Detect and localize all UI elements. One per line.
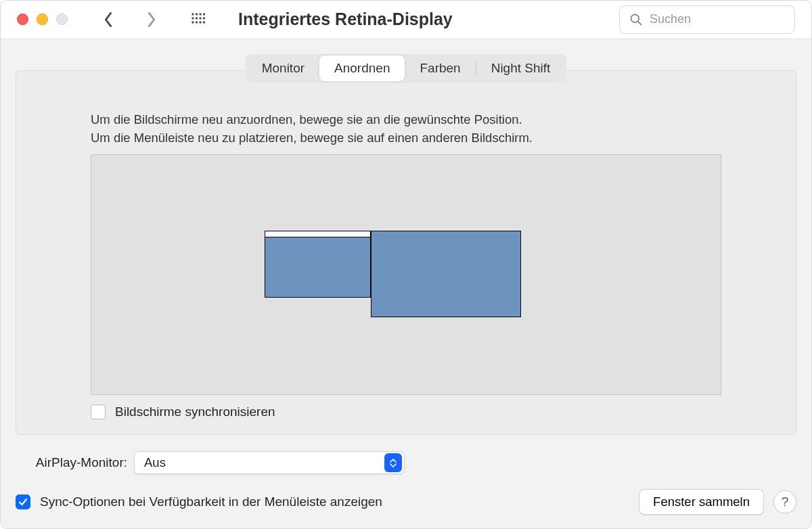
svg-point-4 (191, 17, 194, 19)
chevron-left-icon (103, 12, 114, 28)
svg-point-6 (199, 17, 201, 19)
forward-button (142, 10, 161, 29)
grid-icon (191, 12, 206, 27)
display-primary[interactable] (265, 231, 371, 298)
svg-point-1 (196, 13, 198, 15)
airplay-row: AirPlay-Monitor: Aus (16, 451, 796, 474)
search-input[interactable] (650, 12, 785, 26)
updown-caret-icon (384, 453, 402, 472)
svg-point-0 (191, 13, 194, 15)
tab-farben[interactable]: Farben (405, 55, 475, 81)
svg-point-11 (203, 21, 205, 23)
mirror-label: Bildschirme synchronisieren (115, 405, 275, 419)
tab-night-shift[interactable]: Night Shift (476, 55, 566, 81)
display-primary-menubar[interactable] (265, 231, 370, 237)
instruction-line1: Um die Bildschirme neu anzuordnen, beweg… (91, 110, 721, 129)
sync-options-label: Sync-Optionen bei Verfügbarkeit in der M… (40, 495, 382, 509)
gather-windows-button[interactable]: Fenster sammeln (639, 489, 764, 515)
nav-buttons (99, 10, 161, 29)
arrange-panel: Um die Bildschirme neu anzuordnen, beweg… (16, 70, 796, 436)
titlebar: Integriertes Retina-Display (1, 1, 811, 39)
minimize-icon[interactable] (37, 14, 48, 25)
search-icon (629, 13, 643, 26)
svg-point-2 (199, 13, 201, 15)
svg-point-10 (199, 21, 201, 23)
svg-point-5 (196, 17, 198, 19)
show-all-button[interactable] (189, 11, 207, 28)
zoom-icon (56, 14, 68, 25)
tab-bar: Monitor Anordnen Farben Night Shift (246, 54, 567, 83)
help-button[interactable]: ? (773, 490, 796, 513)
arrangement-canvas[interactable] (91, 154, 721, 395)
search-field[interactable] (619, 5, 795, 34)
tab-bar-wrap: Monitor Anordnen Farben Night Shift (16, 39, 796, 78)
tab-monitor[interactable]: Monitor (247, 55, 319, 81)
svg-line-13 (638, 22, 641, 25)
back-button[interactable] (99, 10, 118, 29)
chevron-right-icon (146, 12, 157, 28)
airplay-label: AirPlay-Monitor: (16, 455, 127, 470)
window-controls (17, 14, 68, 25)
preferences-window: Integriertes Retina-Display Monitor Anor… (0, 0, 812, 529)
svg-point-9 (196, 21, 198, 23)
airplay-select[interactable]: Aus (134, 451, 405, 474)
content: Monitor Anordnen Farben Night Shift Um d… (1, 39, 811, 529)
display-secondary[interactable] (371, 231, 521, 317)
mirror-row: Bildschirme synchronisieren (91, 405, 721, 419)
mirror-checkbox[interactable] (91, 405, 106, 419)
check-icon (18, 497, 28, 507)
svg-point-3 (203, 13, 205, 15)
svg-point-8 (191, 21, 194, 23)
instruction-line2: Um die Menüleiste neu zu platzieren, bew… (91, 129, 721, 147)
sync-options-checkbox[interactable] (16, 495, 30, 509)
close-icon[interactable] (17, 14, 28, 25)
page-title: Integriertes Retina-Display (238, 9, 453, 29)
airplay-value: Aus (135, 455, 384, 470)
tab-anordnen[interactable]: Anordnen (319, 55, 405, 81)
sync-options-row: Sync-Optionen bei Verfügbarkeit in der M… (16, 489, 796, 515)
svg-point-7 (203, 17, 205, 19)
